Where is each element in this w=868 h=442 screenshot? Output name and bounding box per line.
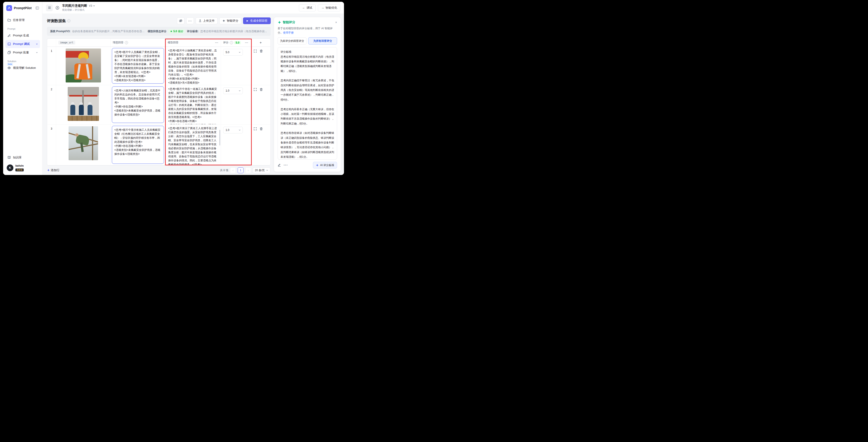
row-photo-workshop[interactable]: [68, 87, 99, 121]
model-answer-cell[interactable]: <思考>图片中存在一名施工人员未佩戴安全帽，属于未佩戴安全防护用具的情况；图片中…: [165, 85, 221, 124]
page-size-select[interactable]: 20 条/页: [253, 167, 270, 173]
edit-icon[interactable]: [278, 164, 281, 167]
sidebar-item-task-management[interactable]: 任务管理: [5, 16, 40, 24]
score-select[interactable]: 1.0: [223, 127, 243, 134]
ideal-answer-cell: <思考>图片中人员佩戴了黄色安全帽，且穿戴了安全防护背心（含安全带类装备）；同时…: [111, 47, 165, 85]
score-cell: 5.0: [221, 47, 251, 85]
image-field-tag: image_url: [58, 41, 75, 45]
sidebar-section-solution: Solution: [7, 60, 38, 63]
ideal-answer-editor[interactable]: <思考>图片中显示有施工人员未佩戴安全帽（红色圈注区域的工人未佩戴安全帽）；穿绿…: [112, 126, 164, 164]
pencil-sparkle-icon: [7, 34, 11, 37]
score-unscored-tab[interactable]: 为未评分的回答评分: [278, 37, 306, 45]
document-title: 车间图片违规判断: [62, 4, 87, 8]
image-column-header: image_url: [56, 39, 111, 47]
chevron-down-icon: [36, 42, 38, 46]
prev-page-button[interactable]: ‹: [230, 167, 236, 173]
model-answer-cell[interactable]: <思考>图片中人物佩戴了黄色安全帽，且身着安全背心（配备有安全防护相关装备），属…: [165, 47, 221, 85]
manual-link[interactable]: 使用手册: [283, 31, 294, 34]
scrollbar[interactable]: [219, 130, 220, 145]
ai-criteria-button-label: AI 评分标准: [320, 163, 334, 167]
add-circle-icon[interactable]: [55, 6, 59, 10]
sidebar-collapse-icon[interactable]: [35, 6, 39, 10]
score-all-tab[interactable]: 为所有回答评分: [308, 37, 337, 45]
model-answer-cell[interactable]: <思考>图片展示了两名工人在脚手架上进行高空作业的场景。从安全防护用具角度分析：…: [165, 124, 221, 165]
sidebar-item-label: Prompt 生成: [13, 33, 29, 37]
topbar-actions: ← 调试 → 智能优化: [299, 4, 340, 11]
sidebar-item-label: Prompt 批量: [13, 51, 29, 55]
ideal-column-label: 理想回答: [113, 41, 124, 45]
score-select[interactable]: 5.0: [223, 49, 243, 56]
add-row-button[interactable]: + 添加行: [48, 168, 59, 172]
menu-icon[interactable]: [46, 4, 53, 11]
total-score-badge: ★ 5.0 极好: [168, 29, 185, 34]
row-photo-worker-vest[interactable]: [66, 49, 101, 83]
info-icon: i: [230, 41, 233, 44]
row-photo-scaffold[interactable]: [69, 126, 98, 160]
app-window: PromptPilot 任务管理 Prompt Prompt 生成 Prompt…: [3, 2, 344, 175]
hide-columns-button[interactable]: [177, 18, 185, 24]
photo-shape: [68, 116, 99, 121]
user-profile[interactable]: K kelvin 高级版: [5, 162, 40, 175]
panel-more-icon[interactable]: ···: [284, 163, 288, 167]
sidebar-item-vision-solution[interactable]: beta 视觉理解 Solution: [5, 64, 40, 72]
expand-row-icon[interactable]: [253, 49, 257, 53]
upload-file-button[interactable]: 上传文件: [196, 18, 218, 24]
sidebar-item-label: 视觉理解 Solution: [13, 66, 36, 70]
ai-criteria-button[interactable]: AI 评分标准: [313, 162, 337, 169]
sidebar-item-prompt-debug[interactable]: Prompt 调试: [5, 40, 40, 48]
sidebar-item-label: 知识库: [13, 155, 22, 159]
version-selector[interactable]: V3: [89, 4, 95, 7]
sidebar-item-label: Prompt 调试: [13, 42, 30, 46]
panel-description: 基于你对模型回答的评分标准，用于 AI 智能评分。使用手册: [278, 26, 337, 35]
row-actions: [251, 85, 271, 124]
current-page-button[interactable]: 1: [238, 167, 244, 173]
arrow-right-icon: →: [321, 6, 324, 9]
next-page-button[interactable]: ›: [245, 167, 251, 173]
photo-shape: [92, 126, 93, 160]
logo-row: PromptPilot: [5, 2, 40, 14]
table-row: 1: [47, 47, 271, 85]
ideal-answer-editor[interactable]: <思考>人物没有佩戴安全帽，尤其是中间的和左边的任务。且设备的使用方式非常危险，…: [112, 86, 164, 123]
more-actions-button[interactable]: ···: [186, 18, 194, 24]
debug-button[interactable]: ← 调试: [299, 4, 316, 11]
play-icon: [246, 20, 249, 22]
table-row: 2: [47, 85, 271, 124]
document-subtitle: 视觉理解 – 评分模式: [62, 8, 95, 11]
upload-icon: [198, 19, 202, 22]
user-info: kelvin 高级版: [16, 164, 24, 171]
sidebar-item-prompt-batch[interactable]: Prompt 批量: [5, 49, 40, 57]
criteria-editor[interactable]: 评分标准: 思考过程详细且简洁地分析图片内容（包含违规操作设备和未佩戴安全帽的判…: [278, 47, 337, 159]
smart-score-button[interactable]: 智能评分: [219, 18, 241, 24]
total-score-value: 5.0: [173, 30, 177, 33]
panel-title: 智能评分: [283, 20, 295, 24]
delete-row-icon[interactable]: [259, 127, 263, 130]
photo-shape: [79, 105, 84, 115]
expand-row-icon[interactable]: [253, 127, 257, 130]
generate-all-answers-button[interactable]: 生成全部回答: [243, 18, 271, 24]
sidebar-item-prompt-generate[interactable]: Prompt 生成: [5, 31, 40, 39]
layers-icon: [7, 51, 11, 54]
expand-row-icon[interactable]: [253, 88, 257, 91]
sidebar-item-knowledge-base[interactable]: 知识库: [5, 153, 40, 161]
smart-optimize-button[interactable]: → 智能优化: [318, 4, 340, 11]
delete-row-icon[interactable]: [259, 88, 263, 91]
chevron-down-icon: [239, 129, 241, 131]
score-column-menu-icon[interactable]: ···: [245, 41, 248, 44]
arrow-left-icon: ←: [302, 6, 305, 9]
score-value: 1.0: [226, 89, 229, 92]
model-column-menu-icon[interactable]: ···: [215, 41, 218, 44]
ideal-answer-editor[interactable]: <思考>图片中人员佩戴了黄色安全帽，且穿戴了安全防护背心（含安全带类装备）；同时…: [112, 48, 164, 84]
photo-shape: [75, 134, 79, 137]
model-column-header: 模型回答 ···: [165, 39, 221, 47]
debug-button-label: 调试: [306, 6, 312, 10]
folder-icon: [7, 18, 11, 22]
close-icon[interactable]: ×: [335, 21, 337, 24]
sidebar-item-label: 任务管理: [13, 18, 25, 22]
star-icon: ★: [170, 30, 173, 33]
table-body: 1: [47, 47, 271, 165]
panel-tabs: 为未评分的回答评分 为所有回答评分: [278, 37, 337, 45]
document-title-block: 车间图片违规判断 V3 视觉理解 – 评分模式: [62, 4, 95, 11]
add-column-button[interactable]: +: [251, 39, 271, 47]
delete-row-icon[interactable]: [259, 49, 263, 53]
score-select[interactable]: 1.0: [223, 87, 243, 94]
